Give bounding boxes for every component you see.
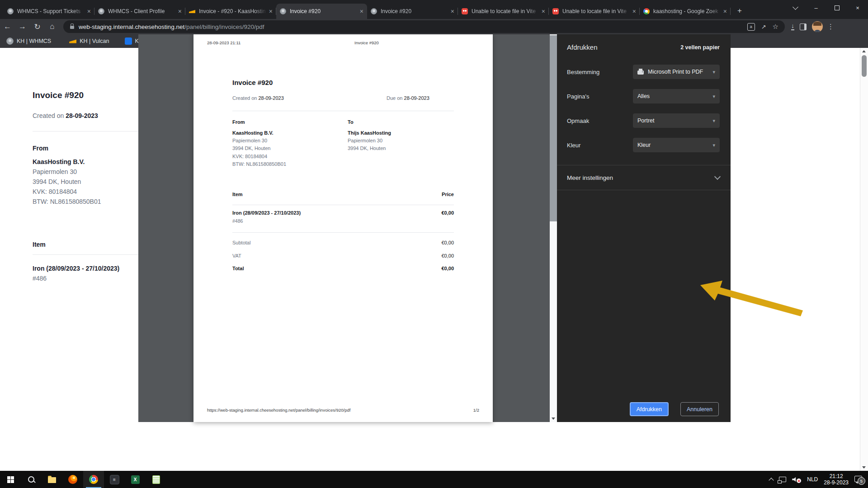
tab-close-icon[interactable]: ×: [87, 8, 91, 14]
translate-icon[interactable]: [747, 23, 755, 31]
preview-scroll-down-icon[interactable]: [550, 415, 557, 422]
file-explorer-button[interactable]: [42, 471, 62, 488]
created-on-line: Created on 28-09-2023: [33, 112, 98, 119]
forward-icon[interactable]: →: [15, 22, 30, 31]
downloads-icon[interactable]: ↓: [791, 23, 794, 30]
google-icon: [643, 8, 650, 14]
subtotal-value: €0,00: [441, 240, 454, 245]
tab-search-icon[interactable]: [785, 0, 806, 15]
bookmark-star-icon[interactable]: ☆: [773, 23, 778, 31]
page-scrollbar[interactable]: [860, 48, 868, 471]
search-icon: [28, 476, 34, 483]
url-path: /panel/billing/invoices/920/pdf: [184, 23, 264, 30]
item-row: Iron (28/09/2023 - 27/10/2023) €0,00: [232, 210, 454, 216]
close-button[interactable]: ×: [847, 0, 868, 15]
tab-title: WHMCS - Support Tickets: [17, 8, 85, 14]
notification-center-button[interactable]: 5: [854, 475, 863, 484]
tab-close-icon[interactable]: ×: [451, 8, 454, 14]
layout-row: Opmaak Portret ▾: [567, 113, 720, 128]
page-scrollbar-thumb[interactable]: [862, 55, 867, 77]
pages-select[interactable]: Alles ▾: [633, 89, 720, 103]
more-settings-toggle[interactable]: Meer instellingen: [557, 165, 731, 190]
tab-invoice-920[interactable]: Invoice #920 ×: [367, 4, 458, 19]
notepad-icon: [152, 475, 160, 484]
address-bar[interactable]: web-staging.internal.cheesehosting.net /…: [63, 20, 785, 33]
tab-title: Invoice - #920 - KaasHostin: [199, 8, 267, 14]
home-icon[interactable]: ⌂: [45, 22, 60, 31]
pages-value: Alles: [637, 93, 710, 99]
created-label: Created on: [33, 112, 66, 119]
from-kvk: KVK: 80184804: [232, 153, 286, 160]
from-btw: BTW: NL861580850B01: [33, 198, 101, 205]
color-label: Kleur: [567, 142, 580, 149]
minimize-button[interactable]: –: [806, 0, 826, 15]
volume-muted-icon[interactable]: ×: [792, 476, 801, 483]
price-column-header: Price: [442, 192, 454, 197]
item-price: €0,00: [441, 210, 454, 216]
firefox-icon: [68, 475, 77, 484]
globe-icon: [98, 8, 104, 14]
pages-row: Pagina's Alles ▾: [567, 89, 720, 103]
cancel-button[interactable]: Annuleren: [680, 402, 719, 416]
error-icon: [552, 8, 559, 14]
invoice-title: Invoice #920: [232, 79, 273, 86]
tab-close-icon[interactable]: ×: [723, 8, 727, 14]
share-icon[interactable]: ↗: [761, 23, 766, 30]
tab-vite-error-2[interactable]: Unable to locate file in Vite ×: [549, 4, 640, 19]
system-tray: × NLD 21:12 28-9-2023 5: [769, 473, 868, 486]
preview-scrollbar-thumb[interactable]: [550, 35, 557, 221]
hidden-icons-chevron-icon[interactable]: [769, 478, 774, 483]
menu-kebab-icon[interactable]: ⋮: [827, 23, 834, 31]
tab-close-icon[interactable]: ×: [632, 8, 636, 14]
scroll-down-icon[interactable]: [862, 466, 866, 469]
profile-avatar[interactable]: [812, 21, 823, 32]
to-label: To: [348, 119, 354, 125]
new-tab-button[interactable]: +: [733, 5, 746, 17]
lock-icon[interactable]: [70, 26, 74, 29]
color-select[interactable]: Kleur ▾: [633, 138, 720, 152]
tab-close-icon[interactable]: ×: [269, 8, 273, 14]
language-indicator[interactable]: NLD: [807, 476, 818, 483]
print-button[interactable]: Afdrukken: [630, 402, 669, 416]
preview-scrollbar[interactable]: [550, 34, 557, 422]
side-panel-icon[interactable]: [800, 23, 807, 30]
dark-app-icon: [110, 475, 119, 484]
url-host: web-staging.internal.cheesehosting.net: [79, 23, 184, 30]
layout-value: Portret: [637, 117, 710, 124]
dark-app-button[interactable]: [104, 471, 125, 488]
item-column-header: Item: [232, 192, 243, 197]
divider: [33, 131, 138, 131]
clock-date: 28-9-2023: [824, 479, 849, 486]
firefox-button[interactable]: [62, 471, 83, 488]
start-button[interactable]: [0, 471, 21, 488]
tab-invoice-920-active[interactable]: Invoice #920 ×: [276, 4, 367, 19]
tab-close-icon[interactable]: ×: [360, 8, 363, 14]
layout-select[interactable]: Portret ▾: [633, 113, 720, 128]
taskbar-clock[interactable]: 21:12 28-9-2023: [824, 473, 849, 486]
scroll-up-icon[interactable]: [862, 50, 866, 52]
destination-select[interactable]: Microsoft Print to PDF ▾: [633, 65, 720, 79]
tab-vite-error-1[interactable]: Unable to locate file in Vite ×: [458, 4, 549, 19]
window-controls: – ×: [785, 0, 868, 15]
from-label: From: [232, 119, 245, 125]
network-icon[interactable]: [779, 477, 786, 482]
back-icon[interactable]: ←: [0, 22, 15, 31]
chevron-down-icon: ▾: [712, 118, 715, 124]
tab-google-search[interactable]: kaashosting - Google Zoek ×: [640, 4, 731, 19]
print-preview-modal: 28-09-2023 21:11 Invoice #920 Invoice #9…: [138, 34, 731, 422]
divider: [232, 232, 454, 233]
spreadsheet-app-button[interactable]: [125, 471, 146, 488]
text-editor-button[interactable]: [146, 471, 166, 488]
tab-invoice-920-kaashosting[interactable]: Invoice - #920 - KaasHostin ×: [185, 4, 276, 19]
tab-close-icon[interactable]: ×: [542, 8, 545, 14]
tab-whmcs-client-profile[interactable]: WHMCS - Client Profile ×: [94, 4, 185, 19]
created-value: 28-09-2023: [258, 95, 283, 101]
taskbar-search-button[interactable]: [21, 471, 42, 488]
items-table-header: Item Price: [232, 192, 454, 197]
tab-close-icon[interactable]: ×: [178, 8, 182, 14]
reload-icon[interactable]: ↻: [30, 22, 45, 32]
tab-whmcs-support-tickets[interactable]: WHMCS - Support Tickets ×: [4, 4, 94, 19]
to-block: Thijs KaasHosting Papiermolen 30 3994 DK…: [348, 129, 391, 153]
restore-button[interactable]: [826, 0, 847, 15]
chrome-button[interactable]: [83, 471, 104, 488]
